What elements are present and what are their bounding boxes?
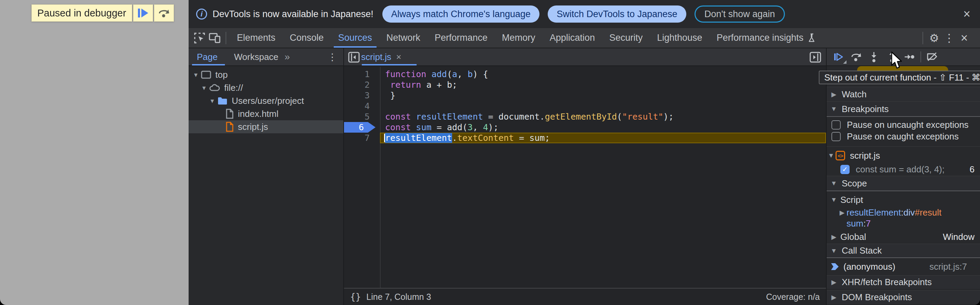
- pause-uncaught-checkbox[interactable]: [832, 120, 841, 129]
- scope-script-group[interactable]: ▼ Script: [827, 194, 980, 205]
- expanded-arrow-icon[interactable]: ▼: [829, 180, 838, 187]
- tree-item-project-folder[interactable]: ▾ Users/user/project: [189, 94, 343, 107]
- code-line-5: 5const resultElement = document.getEleme…: [344, 111, 826, 122]
- breakpoint-marker[interactable]: 6: [344, 122, 375, 133]
- tab-console[interactable]: Console: [283, 28, 331, 48]
- tab-network[interactable]: Network: [379, 28, 428, 48]
- tree-item-top[interactable]: ▾ top: [189, 68, 343, 81]
- script-file-icon: <>: [835, 151, 845, 160]
- breakpoint-file-group[interactable]: ▼ <> script.js: [827, 149, 980, 162]
- line-number[interactable]: 3: [344, 90, 380, 101]
- collapsed-arrow-icon[interactable]: ▶: [829, 293, 838, 301]
- close-devtools-icon[interactable]: ×: [957, 30, 972, 46]
- section-dom-breakpoints[interactable]: ▶ DOM Breakpoints: [827, 290, 980, 304]
- frame-icon: [201, 70, 211, 79]
- editor-tab-underline: [362, 64, 417, 65]
- expand-arrow-icon[interactable]: ▾: [200, 84, 208, 92]
- paused-in-debugger-banner: Paused in debugger: [32, 5, 174, 22]
- inspect-element-button[interactable]: [192, 30, 207, 46]
- tab-security[interactable]: Security: [602, 28, 650, 48]
- settings-gear-icon[interactable]: ⚙: [927, 30, 942, 46]
- always-match-language-button[interactable]: Always match Chrome's language: [382, 5, 539, 22]
- scope-var-resultElement[interactable]: ▶ resultElement: div#result: [827, 207, 980, 218]
- paused-banner-label-segment: Paused in debugger: [32, 5, 132, 22]
- toggle-device-toolbar-button[interactable]: [207, 30, 222, 46]
- global-value: Window: [943, 232, 975, 242]
- show-right-panel-icon[interactable]: [810, 52, 821, 63]
- infobar-message: DevTools is now available in Japanese!: [213, 9, 374, 19]
- collapsed-arrow-icon[interactable]: ▶: [829, 233, 838, 241]
- resume-button[interactable]: [829, 50, 847, 64]
- tab-sources[interactable]: Sources: [331, 28, 379, 48]
- divider: [827, 146, 980, 147]
- pretty-print-icon[interactable]: {}: [350, 292, 361, 302]
- step-over-banner-button[interactable]: [154, 5, 174, 22]
- section-call-stack[interactable]: ▼ Call Stack: [827, 244, 980, 258]
- tree-item-file-protocol[interactable]: ▾ file://: [189, 81, 343, 94]
- dont-show-again-button[interactable]: Don't show again: [695, 5, 785, 22]
- tab-memory[interactable]: Memory: [495, 28, 542, 48]
- collapsed-arrow-icon[interactable]: ▶: [838, 209, 846, 217]
- section-scope[interactable]: ▼ Scope: [827, 176, 980, 191]
- breakpoint-entry[interactable]: ✓ const sum = add(3, 4); 6: [827, 163, 980, 176]
- pause-caught-checkbox[interactable]: [832, 132, 841, 141]
- code-text: resultElement.textContent = sum;: [380, 133, 826, 143]
- expanded-arrow-icon[interactable]: ▼: [829, 247, 838, 255]
- collapse-left-panel-icon[interactable]: [348, 52, 360, 63]
- expanded-arrow-icon[interactable]: ▼: [829, 196, 838, 204]
- code-line-3: 3 }: [344, 90, 826, 101]
- tab-close-icon[interactable]: ×: [396, 52, 401, 62]
- code-line-7: 7resultElement.textContent = sum;: [344, 133, 826, 143]
- file-tree: ▾ top ▾ file:// ▾: [189, 66, 343, 133]
- tab-performance[interactable]: Performance: [428, 28, 495, 48]
- navigator-tab-page[interactable]: Page: [193, 52, 222, 62]
- code-text: const sum = add(3, 4);: [380, 122, 826, 133]
- expand-arrow-icon[interactable]: ▾: [192, 70, 200, 79]
- deactivate-breakpoints-button[interactable]: [923, 50, 941, 64]
- coverage-status: Coverage: n/a: [766, 292, 820, 302]
- navigator-overflow-icon[interactable]: »: [285, 51, 290, 62]
- tab-elements[interactable]: Elements: [230, 28, 283, 48]
- sources-panel: Page Workspace » ⋮ ▾ top ▾: [189, 48, 980, 305]
- info-icon: i: [196, 8, 207, 19]
- devtools-window: i DevTools is now available in Japanese!…: [189, 0, 980, 305]
- line-number[interactable]: 1: [344, 69, 380, 80]
- navigator-more-icon[interactable]: ⋮: [328, 51, 337, 63]
- resume-script-button[interactable]: [133, 5, 153, 22]
- tab-performance-insights[interactable]: Performance insights: [710, 28, 824, 48]
- scope-global-group[interactable]: ▶ Global Window: [827, 232, 980, 242]
- current-frame-marker-icon: [831, 263, 838, 270]
- code-text: }: [380, 90, 826, 101]
- collapsed-arrow-icon[interactable]: ▶: [829, 278, 838, 286]
- cloud-icon: [209, 84, 220, 92]
- expand-arrow-icon[interactable]: ▾: [208, 97, 216, 105]
- step-into-button[interactable]: [865, 50, 883, 64]
- paused-banner-label: Paused in debugger: [37, 8, 126, 19]
- tab-lighthouse[interactable]: Lighthouse: [650, 28, 709, 48]
- tree-item-index-html[interactable]: index.html: [189, 107, 343, 120]
- line-number[interactable]: 5: [344, 111, 380, 122]
- section-xhr-breakpoints[interactable]: ▶ XHR/fetch Breakpoints: [827, 275, 980, 289]
- infobar-close-icon[interactable]: ×: [963, 8, 970, 20]
- expanded-arrow-icon[interactable]: ▼: [827, 152, 835, 159]
- expanded-arrow-icon[interactable]: ▼: [829, 105, 838, 113]
- call-stack-frame[interactable]: (anonymous) script.js:7: [827, 260, 980, 273]
- tab-application[interactable]: Application: [542, 28, 602, 48]
- step-over-button[interactable]: [847, 50, 865, 64]
- section-watch[interactable]: ▶ Watch: [827, 87, 980, 101]
- collapsed-arrow-icon[interactable]: ▶: [829, 91, 838, 98]
- step-over-icon: [158, 8, 170, 18]
- more-options-icon[interactable]: ⋮: [942, 30, 957, 46]
- line-number[interactable]: 4: [344, 101, 380, 111]
- tree-item-script-js[interactable]: script.js: [189, 120, 343, 133]
- line-number[interactable]: 7: [344, 133, 380, 143]
- line-number[interactable]: 2: [344, 80, 380, 90]
- section-breakpoints[interactable]: ▼ Breakpoints: [827, 101, 980, 117]
- code-editor[interactable]: 1function add(a, b) {2 return a + b;3 }4…: [344, 67, 826, 288]
- devtools-main-toolbar: Elements Console Sources Network Perform…: [189, 28, 980, 48]
- breakpoint-checkbox[interactable]: ✓: [840, 165, 850, 174]
- switch-to-japanese-button[interactable]: Switch DevTools to Japanese: [548, 5, 686, 22]
- navigator-tab-workspace[interactable]: Workspace: [230, 52, 283, 62]
- editor-tab-script-js[interactable]: script.js ×: [360, 48, 402, 66]
- step-out-tooltip: Step out of current function - ⇧ F11 - ⌘…: [819, 70, 980, 84]
